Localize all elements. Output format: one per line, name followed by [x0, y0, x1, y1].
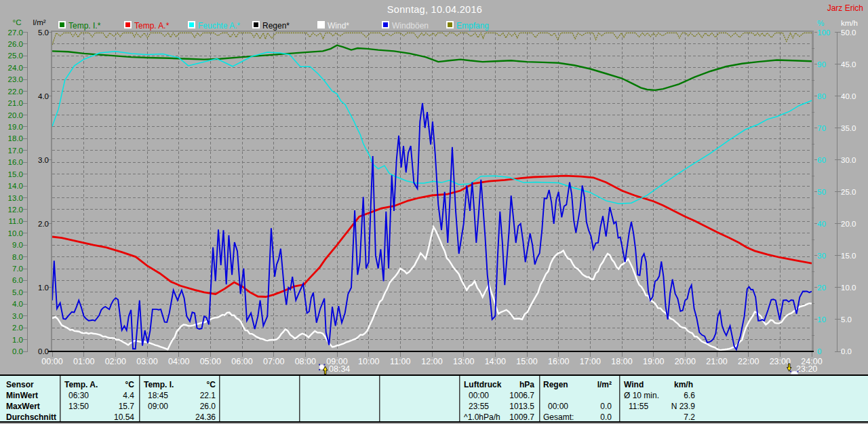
svg-text:18:45: 18:45	[148, 391, 168, 400]
svg-text:01:00: 01:00	[73, 357, 94, 366]
svg-text:10.54: 10.54	[114, 412, 134, 422]
svg-text:10.0: 10.0	[841, 284, 856, 292]
svg-text:Jarz Erich: Jarz Erich	[827, 3, 863, 13]
svg-text:Luftdruck: Luftdruck	[464, 380, 502, 389]
svg-text:hPa: hPa	[519, 380, 534, 389]
svg-text:07:00: 07:00	[263, 357, 284, 366]
svg-text:23:55: 23:55	[469, 402, 489, 411]
svg-text:1009.7: 1009.7	[509, 412, 534, 422]
svg-text:03:00: 03:00	[136, 357, 157, 366]
svg-text:l/m²: l/m²	[33, 18, 45, 26]
svg-text:15.0: 15.0	[841, 252, 856, 260]
svg-text:30: 30	[817, 252, 826, 260]
svg-text:00:00: 00:00	[469, 391, 489, 400]
svg-text:10:00: 10:00	[358, 357, 379, 366]
svg-text:Gesamt:: Gesamt:	[543, 412, 574, 422]
svg-text:km/h: km/h	[841, 19, 858, 27]
svg-text:22.1: 22.1	[200, 391, 216, 400]
svg-text:7.2: 7.2	[684, 412, 695, 422]
svg-text:Regen: Regen	[543, 380, 568, 389]
svg-text:25.0: 25.0	[8, 52, 23, 60]
svg-text:23.0: 23.0	[8, 75, 23, 83]
svg-text:9.0: 9.0	[12, 241, 23, 249]
svg-text:04:00: 04:00	[168, 357, 189, 366]
svg-text:19:00: 19:00	[643, 357, 664, 366]
svg-text:5.0: 5.0	[38, 28, 49, 37]
svg-text:3.0: 3.0	[38, 156, 49, 164]
svg-text:02:00: 02:00	[105, 357, 126, 366]
svg-text:90: 90	[817, 60, 826, 69]
svg-text:Empfang: Empfang	[456, 21, 489, 31]
svg-text:25.0: 25.0	[841, 188, 856, 196]
svg-text:12.0: 12.0	[8, 206, 23, 214]
svg-text:14.0: 14.0	[8, 182, 23, 190]
svg-text:1.0: 1.0	[12, 336, 23, 344]
svg-text:Sensor: Sensor	[6, 380, 34, 389]
svg-text:17:00: 17:00	[580, 357, 601, 366]
svg-text:7.0: 7.0	[12, 265, 23, 273]
svg-text:0.0: 0.0	[12, 347, 23, 355]
svg-text:24.36: 24.36	[195, 412, 216, 422]
svg-text:l/m²: l/m²	[597, 380, 612, 389]
svg-text:Temp. I.*: Temp. I.*	[68, 21, 101, 31]
svg-text:°C: °C	[125, 380, 135, 389]
svg-text:N 23.9: N 23.9	[671, 402, 696, 411]
svg-text:27.0: 27.0	[8, 28, 23, 37]
svg-text:5.0: 5.0	[841, 315, 852, 324]
svg-text:1006.7: 1006.7	[509, 391, 534, 400]
svg-text:4.0: 4.0	[12, 300, 23, 308]
svg-text:^1.0hPa/h: ^1.0hPa/h	[464, 412, 500, 422]
svg-text:20.0: 20.0	[841, 220, 856, 228]
svg-text:Regen*: Regen*	[262, 21, 290, 31]
svg-text:08:00: 08:00	[295, 357, 316, 366]
svg-text:6.0: 6.0	[12, 276, 23, 284]
svg-text:15.7: 15.7	[119, 402, 135, 411]
svg-text:°C: °C	[207, 380, 216, 389]
svg-text:Windböen: Windböen	[392, 21, 429, 31]
svg-text:70: 70	[817, 124, 826, 132]
svg-text:18.0: 18.0	[8, 134, 23, 142]
svg-text:2.0: 2.0	[12, 324, 23, 332]
svg-text:15.0: 15.0	[8, 170, 23, 178]
svg-text:40.0: 40.0	[841, 92, 856, 100]
svg-text:11:00: 11:00	[390, 357, 410, 366]
svg-text:6.6: 6.6	[684, 391, 695, 400]
svg-text:3.0: 3.0	[12, 312, 23, 320]
svg-text:00:00: 00:00	[41, 357, 62, 366]
svg-text:MinWert: MinWert	[6, 391, 38, 400]
svg-text:23:00: 23:00	[770, 357, 791, 366]
svg-text:10: 10	[817, 315, 826, 324]
svg-text:Sonntag, 10.04.2016: Sonntag, 10.04.2016	[387, 4, 482, 15]
svg-text:20:00: 20:00	[675, 357, 696, 366]
svg-text:17.0: 17.0	[8, 147, 23, 155]
svg-text:23:20: 23:20	[796, 364, 817, 374]
svg-text:26.0: 26.0	[8, 40, 23, 48]
svg-text:0: 0	[817, 347, 821, 355]
svg-text:24.0: 24.0	[8, 64, 23, 72]
svg-text:50.0: 50.0	[841, 28, 856, 37]
svg-text:21.0: 21.0	[8, 99, 23, 107]
svg-text:MaxWert: MaxWert	[6, 402, 40, 411]
svg-text:13:00: 13:00	[453, 357, 474, 366]
svg-text:1.0: 1.0	[38, 284, 49, 292]
svg-text:4.0: 4.0	[38, 92, 49, 100]
svg-text:20.0: 20.0	[8, 111, 23, 119]
svg-text:30.0: 30.0	[841, 156, 856, 164]
svg-text:50: 50	[817, 188, 826, 196]
svg-text:5.0: 5.0	[12, 288, 23, 296]
svg-text:40: 40	[817, 220, 826, 228]
svg-text:14:00: 14:00	[485, 357, 506, 366]
svg-text:4.4: 4.4	[123, 391, 134, 400]
svg-text:22.0: 22.0	[8, 88, 23, 96]
svg-text:12:00: 12:00	[421, 357, 442, 366]
svg-text:08:34: 08:34	[329, 364, 350, 374]
svg-text:Wind: Wind	[624, 380, 644, 389]
svg-text:16:00: 16:00	[548, 357, 569, 366]
svg-text:19.0: 19.0	[8, 123, 23, 131]
svg-text:Ø 10 min.: Ø 10 min.	[624, 391, 659, 400]
svg-text:Feuchte A.*: Feuchte A.*	[198, 21, 240, 31]
svg-text:45.0: 45.0	[841, 60, 856, 69]
svg-text:09:00: 09:00	[148, 402, 168, 411]
svg-text:0.0: 0.0	[38, 347, 49, 355]
svg-text:1013.5: 1013.5	[509, 402, 534, 411]
